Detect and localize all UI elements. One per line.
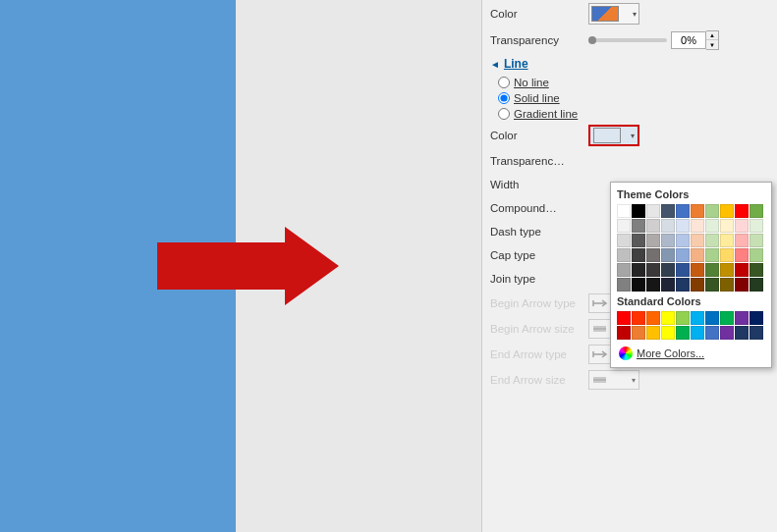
theme-color-cell[interactable] <box>646 263 660 277</box>
theme-color-cell[interactable] <box>646 248 660 262</box>
theme-color-cell[interactable] <box>661 234 675 247</box>
theme-color-cell[interactable] <box>735 263 749 277</box>
solid-line-label: Solid line <box>514 92 560 104</box>
standard-color-cell[interactable] <box>749 311 763 325</box>
standard-color-cell[interactable] <box>661 311 675 325</box>
theme-color-cell[interactable] <box>676 263 690 277</box>
line-transparency-row: Transparenc… <box>482 149 777 173</box>
standard-color-cell[interactable] <box>705 311 719 325</box>
gradient-line-text: Gradient line <box>514 108 578 120</box>
theme-color-cell[interactable] <box>705 278 719 292</box>
no-line-radio[interactable] <box>498 77 510 88</box>
theme-color-cell[interactable] <box>735 219 749 233</box>
theme-color-cell[interactable] <box>691 234 704 247</box>
theme-color-cell[interactable] <box>646 278 660 292</box>
theme-color-cell[interactable] <box>735 204 749 218</box>
theme-color-cell[interactable] <box>691 263 704 277</box>
theme-color-cell[interactable] <box>617 263 631 277</box>
theme-color-cell[interactable] <box>691 204 704 218</box>
theme-color-cell[interactable] <box>676 278 690 292</box>
theme-color-cell[interactable] <box>632 278 645 292</box>
standard-color-cell[interactable] <box>720 311 734 325</box>
theme-color-cell[interactable] <box>735 234 749 247</box>
line-color-row: Color ▾ <box>482 122 777 149</box>
standard-color-cell[interactable] <box>646 326 660 340</box>
theme-color-cell[interactable] <box>661 219 675 233</box>
theme-color-cell[interactable] <box>676 204 690 218</box>
theme-color-cell[interactable] <box>676 234 690 247</box>
standard-color-cell[interactable] <box>749 326 763 340</box>
gradient-line-radio[interactable] <box>498 108 510 120</box>
theme-color-cell[interactable] <box>720 278 734 292</box>
theme-color-cell[interactable] <box>617 234 631 247</box>
theme-color-cell[interactable] <box>617 278 631 292</box>
top-transparency-slider[interactable] <box>588 38 667 42</box>
theme-color-cell[interactable] <box>676 219 690 233</box>
end-arrow-size-chevron: ▾ <box>632 376 636 385</box>
standard-color-cell[interactable] <box>720 326 734 340</box>
standard-color-cell[interactable] <box>661 326 675 340</box>
standard-color-cell[interactable] <box>676 326 690 340</box>
theme-color-cell[interactable] <box>617 248 631 262</box>
theme-color-cell[interactable] <box>749 248 763 262</box>
theme-color-cell[interactable] <box>691 278 704 292</box>
theme-color-cell[interactable] <box>632 219 645 233</box>
theme-color-cell[interactable] <box>676 248 690 262</box>
more-colors-row[interactable]: More Colors... <box>617 346 765 361</box>
top-color-button[interactable]: ▾ <box>588 3 639 25</box>
theme-color-cell[interactable] <box>661 248 675 262</box>
theme-color-cell[interactable] <box>661 278 675 292</box>
standard-color-cell[interactable] <box>617 311 631 325</box>
theme-color-cell[interactable] <box>617 219 631 233</box>
theme-color-cell[interactable] <box>632 204 645 218</box>
theme-color-cell[interactable] <box>749 278 763 292</box>
theme-color-cell[interactable] <box>661 204 675 218</box>
standard-color-cell[interactable] <box>735 311 749 325</box>
solid-line-radio[interactable] <box>498 92 510 104</box>
theme-color-cell[interactable] <box>705 263 719 277</box>
theme-color-cell[interactable] <box>705 219 719 233</box>
standard-color-cell[interactable] <box>691 326 704 340</box>
theme-color-cell[interactable] <box>705 204 719 218</box>
theme-color-cell[interactable] <box>720 234 734 247</box>
theme-color-cell[interactable] <box>705 234 719 247</box>
theme-color-cell[interactable] <box>749 219 763 233</box>
theme-color-cell[interactable] <box>646 204 660 218</box>
theme-color-cell[interactable] <box>735 278 749 292</box>
theme-color-cell[interactable] <box>646 219 660 233</box>
theme-color-cell[interactable] <box>691 219 704 233</box>
standard-color-cell[interactable] <box>691 311 704 325</box>
theme-color-cell[interactable] <box>749 263 763 277</box>
standard-color-cell[interactable] <box>735 326 749 340</box>
line-color-button[interactable]: ▾ <box>588 125 639 146</box>
line-color-control: ▾ <box>588 125 769 146</box>
standard-color-cell[interactable] <box>646 311 660 325</box>
top-spin-up[interactable]: ▲ <box>706 31 718 40</box>
theme-color-cell[interactable] <box>720 204 734 218</box>
theme-color-cell[interactable] <box>646 234 660 247</box>
line-section-header[interactable]: ◄ Line <box>482 53 777 75</box>
theme-color-cell[interactable] <box>617 204 631 218</box>
standard-color-cell[interactable] <box>617 326 631 340</box>
theme-color-cell[interactable] <box>720 219 734 233</box>
theme-color-cell[interactable] <box>720 248 734 262</box>
standard-color-cell[interactable] <box>632 311 645 325</box>
line-cap-label: Cap type <box>490 249 588 261</box>
standard-color-cell[interactable] <box>705 326 719 340</box>
theme-color-cell[interactable] <box>632 263 645 277</box>
theme-color-cell[interactable] <box>749 234 763 247</box>
standard-color-cell[interactable] <box>632 326 645 340</box>
theme-color-cell[interactable] <box>735 248 749 262</box>
top-transparency-input[interactable]: 0% <box>671 31 706 49</box>
theme-color-cell[interactable] <box>632 234 645 247</box>
theme-color-cell[interactable] <box>661 263 675 277</box>
more-colors-icon <box>619 346 633 360</box>
end-arrow-size-dropdown[interactable]: ▾ <box>588 370 639 390</box>
theme-color-cell[interactable] <box>691 248 704 262</box>
standard-color-cell[interactable] <box>676 311 690 325</box>
top-spin-down[interactable]: ▼ <box>706 40 718 49</box>
theme-color-cell[interactable] <box>632 248 645 262</box>
theme-color-cell[interactable] <box>720 263 734 277</box>
theme-color-cell[interactable] <box>749 204 763 218</box>
theme-color-cell[interactable] <box>705 248 719 262</box>
